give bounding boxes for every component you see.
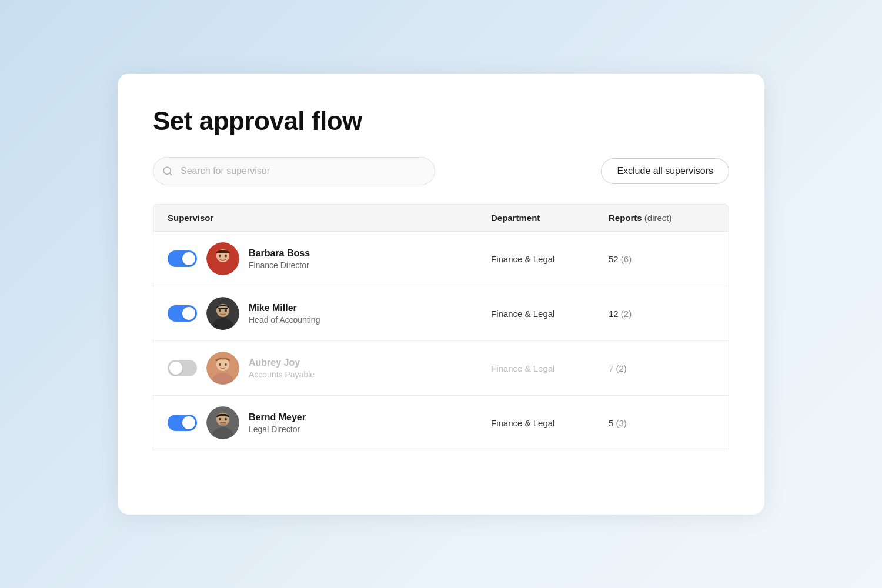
person-title: Finance Director [249, 260, 310, 270]
search-wrapper [153, 157, 435, 185]
page-title: Set approval flow [153, 106, 729, 136]
person-name: Bernd Meyer [249, 412, 306, 424]
svg-point-13 [225, 309, 227, 312]
toggle-mike-miller[interactable] [168, 305, 197, 322]
table-body: Barbara Boss Finance Director Finance & … [153, 232, 729, 450]
reports-cell: 5 (3) [609, 418, 714, 428]
main-card: Set approval flow Exclude all supervisor… [118, 74, 764, 514]
search-input[interactable] [153, 157, 435, 185]
reports-cell: 12 (2) [609, 309, 714, 319]
svg-point-19 [219, 363, 221, 366]
person-info-aubrey: Aubrey Joy Accounts Payable [249, 357, 315, 380]
avatar-mike-miller [206, 297, 239, 330]
toggle-slider [168, 305, 197, 322]
table-row: Aubrey Joy Accounts Payable Finance & Le… [153, 341, 729, 396]
table-row: Barbara Boss Finance Director Finance & … [153, 232, 729, 286]
dept-cell: Finance & Legal [491, 254, 609, 264]
dept-cell: Finance & Legal [491, 418, 609, 428]
person-title: Legal Director [249, 425, 306, 434]
dept-cell: Finance & Legal [491, 309, 609, 319]
svg-rect-14 [218, 308, 228, 309]
supervisor-cell: Aubrey Joy Accounts Payable [168, 352, 491, 385]
svg-point-20 [225, 363, 227, 366]
table-row: Bernd Meyer Legal Director Finance & Leg… [153, 396, 729, 450]
exclude-all-supervisors-button[interactable]: Exclude all supervisors [601, 158, 729, 184]
toggle-barbara-boss[interactable] [168, 250, 197, 267]
col-header-department: Department [491, 213, 609, 223]
reports-cell: 7 (2) [609, 363, 714, 373]
reports-cell: 52 (6) [609, 254, 714, 264]
svg-point-6 [219, 255, 221, 258]
col-header-supervisor: Supervisor [168, 213, 491, 223]
toggle-slider [168, 360, 197, 376]
supervisor-cell: Mike Miller Head of Accounting [168, 297, 491, 330]
toggle-slider [168, 415, 197, 431]
avatar-aubrey-joy [206, 352, 239, 385]
svg-point-25 [219, 418, 221, 420]
svg-line-1 [169, 173, 171, 175]
avatar-barbara-boss [206, 242, 239, 275]
person-info-barbara: Barbara Boss Finance Director [249, 248, 310, 270]
person-info-bernd: Bernd Meyer Legal Director [249, 412, 306, 435]
toggle-slider [168, 250, 197, 267]
svg-point-7 [225, 255, 227, 258]
search-icon [162, 166, 173, 176]
person-name: Barbara Boss [249, 248, 310, 260]
person-title: Head of Accounting [249, 315, 320, 325]
toolbar: Exclude all supervisors [153, 157, 729, 185]
toggle-bernd-meyer[interactable] [168, 415, 197, 431]
person-name: Mike Miller [249, 302, 320, 315]
table-header: Supervisor Department Reports (direct) [153, 204, 729, 232]
table-row: Mike Miller Head of Accounting Finance &… [153, 286, 729, 341]
person-name: Aubrey Joy [249, 357, 315, 369]
toggle-aubrey-joy[interactable] [168, 360, 197, 376]
dept-cell: Finance & Legal [491, 363, 609, 373]
avatar-bernd-meyer [206, 406, 239, 439]
col-header-reports: Reports (direct) [609, 213, 714, 223]
svg-point-12 [219, 309, 221, 312]
person-info-mike: Mike Miller Head of Accounting [249, 302, 320, 325]
supervisor-cell: Barbara Boss Finance Director [168, 242, 491, 275]
svg-point-26 [225, 418, 227, 420]
supervisor-cell: Bernd Meyer Legal Director [168, 406, 491, 439]
person-title: Accounts Payable [249, 370, 315, 379]
